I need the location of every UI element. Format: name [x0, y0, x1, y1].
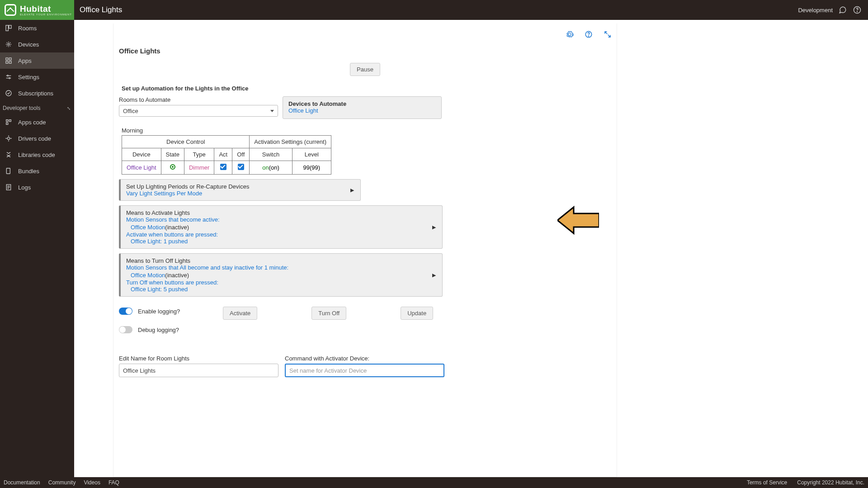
level-target: 99	[303, 164, 310, 171]
footer-link-documentation[interactable]: Documentation	[4, 479, 40, 486]
collapse-icon: ⤡	[67, 106, 71, 111]
main-card: Office Lights Pause Set up Automation fo…	[113, 24, 617, 477]
logo-icon	[5, 4, 16, 16]
sidebar-item-apps[interactable]: Apps	[0, 52, 74, 69]
activate-l1: Motion Sensors that become active:	[126, 216, 437, 223]
sidebar-item-subscriptions[interactable]: Subscriptions	[0, 85, 74, 101]
pause-button[interactable]: Pause	[350, 63, 380, 76]
chevron-down-icon	[270, 110, 274, 112]
col-level: Level	[292, 148, 331, 161]
bundles-icon	[5, 167, 13, 175]
svg-marker-20	[557, 207, 599, 233]
footer: Documentation Community Videos FAQ Terms…	[0, 477, 868, 488]
svg-rect-12	[6, 120, 8, 122]
periods-card-link: Vary Light Settings Per Mode	[126, 190, 355, 197]
row-device[interactable]: Office Light	[122, 161, 161, 175]
col-off: Off	[232, 148, 250, 161]
sidebar-dev-header[interactable]: Developer tools ⤡	[0, 101, 74, 114]
sidebar-item-libraries-code[interactable]: Libraries code	[0, 147, 74, 163]
svg-point-9	[7, 75, 9, 76]
subscriptions-icon	[5, 89, 13, 97]
update-button[interactable]: Update	[401, 307, 433, 320]
apps-icon	[5, 57, 13, 65]
devices-card-link[interactable]: Office Light	[288, 107, 436, 114]
activate-l4: Office Light: 1 pushed	[131, 238, 437, 245]
brand-logo[interactable]: Hubitat ELEVATE YOUR ENVIRONMENT	[0, 0, 74, 20]
checkbox-act-icon	[220, 164, 226, 170]
enable-logging-label: Enable logging?	[138, 308, 180, 315]
chevron-right-icon: ▶	[432, 224, 436, 230]
rooms-select[interactable]: Office	[119, 105, 278, 117]
svg-rect-7	[6, 61, 8, 63]
svg-rect-3	[9, 25, 11, 28]
sidebar-item-bundles[interactable]: Bundles	[0, 163, 74, 179]
svg-rect-6	[9, 58, 11, 60]
brand-tagline: ELEVATE YOUR ENVIRONMENT	[20, 13, 72, 16]
setup-heading: Set up Automation for the Lights in the …	[122, 85, 611, 92]
activator-device-input[interactable]	[285, 364, 444, 377]
activate-l3: Activate when buttons are pressed:	[126, 231, 437, 238]
help-circle-icon[interactable]	[584, 30, 593, 39]
brand-name: Hubitat	[20, 4, 72, 14]
table-row: Office Light Dimmer on(on) 99(99)	[122, 161, 331, 175]
libraries-code-icon	[5, 151, 13, 159]
env-label: Development	[798, 7, 833, 14]
turnoff-l4: Office Light: 5 pushed	[131, 286, 437, 293]
devices-card[interactable]: Devices to Automate Office Light	[283, 96, 442, 119]
sidebar-item-apps-code[interactable]: Apps code	[0, 114, 74, 130]
turnoff-card[interactable]: Means to Turn Off Lights Motion Sensors …	[119, 253, 443, 297]
svg-point-4	[8, 43, 9, 45]
sidebar-item-settings[interactable]: Settings	[0, 69, 74, 85]
turnoff-button[interactable]: Turn Off	[311, 307, 346, 320]
debug-logging-toggle[interactable]	[119, 326, 132, 333]
row-switch[interactable]: on(on)	[250, 161, 292, 175]
row-off[interactable]	[232, 161, 250, 175]
footer-link-videos[interactable]: Videos	[84, 479, 100, 486]
row-level[interactable]: 99(99)	[292, 161, 331, 175]
enable-logging-toggle[interactable]	[119, 308, 132, 315]
sidebar-item-label: Subscriptions	[18, 90, 53, 97]
svg-point-19	[588, 36, 589, 36]
expand-icon[interactable]	[603, 30, 612, 39]
sidebar-item-label: Apps code	[18, 119, 46, 126]
rooms-select-value: Office	[123, 108, 138, 114]
activate-card-title: Means to Activate Lights	[126, 209, 437, 216]
room-lights-name-input[interactable]	[119, 364, 278, 377]
row-type[interactable]: Dimmer	[184, 161, 214, 175]
footer-link-faq[interactable]: FAQ	[108, 479, 119, 486]
sidebar: Rooms Devices Apps Settings Subscription…	[0, 20, 74, 477]
activate-button[interactable]: Activate	[223, 307, 257, 320]
chat-icon[interactable]	[838, 5, 847, 14]
logs-icon	[5, 183, 13, 191]
turnoff-l1: Motion Sensors that All become and stay …	[126, 264, 437, 271]
sidebar-item-logs[interactable]: Logs	[0, 179, 74, 195]
row-act[interactable]	[214, 161, 232, 175]
sidebar-item-label: Rooms	[18, 25, 37, 32]
svg-point-15	[7, 137, 9, 139]
svg-rect-2	[6, 25, 8, 31]
chevron-right-icon: ▶	[350, 187, 354, 193]
footer-copyright: Copyright 2022 Hubitat, Inc.	[797, 479, 864, 486]
lighting-periods-card[interactable]: Set Up Lighting Periods or Re-Capture De…	[119, 179, 361, 201]
app-title: Office Lights	[119, 47, 611, 55]
sidebar-item-label: Apps	[18, 57, 32, 64]
chevron-right-icon: ▶	[432, 272, 436, 278]
activate-l2b: (inactive)	[165, 224, 189, 231]
footer-link-community[interactable]: Community	[48, 479, 76, 486]
rooms-icon	[5, 24, 13, 32]
state-on-icon	[170, 164, 175, 170]
sidebar-dev-label: Developer tools	[3, 105, 40, 111]
content-area: Office Lights Pause Set up Automation fo…	[74, 20, 868, 477]
sidebar-item-rooms[interactable]: Rooms	[0, 20, 74, 36]
switch-target: on	[262, 164, 269, 171]
checkbox-off-icon	[238, 164, 244, 170]
sidebar-item-devices[interactable]: Devices	[0, 36, 74, 52]
footer-terms[interactable]: Terms of Service	[747, 479, 787, 486]
svg-rect-13	[9, 120, 11, 122]
sidebar-item-label: Bundles	[18, 168, 39, 175]
rooms-label: Rooms to Automate	[119, 96, 278, 103]
help-icon[interactable]	[853, 5, 862, 14]
activate-card[interactable]: Means to Activate Lights Motion Sensors …	[119, 205, 443, 249]
sidebar-item-drivers-code[interactable]: Drivers code	[0, 130, 74, 147]
gear-icon[interactable]	[565, 30, 574, 39]
